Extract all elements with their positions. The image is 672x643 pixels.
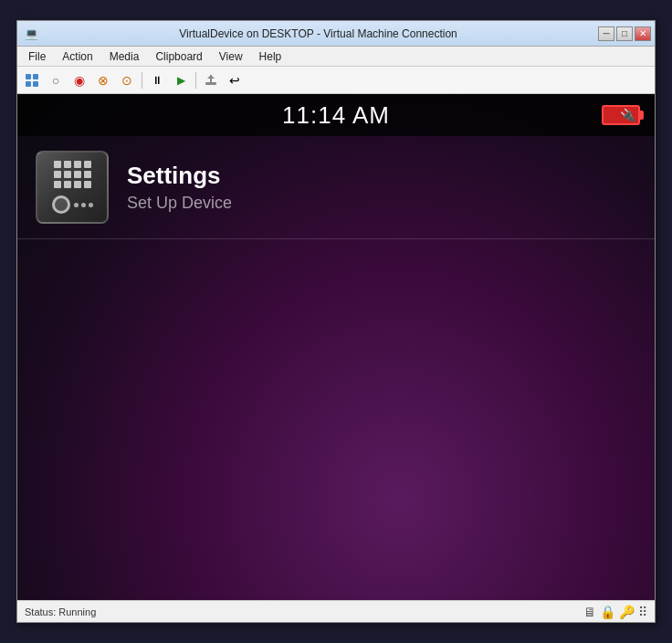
settings-text-area: Settings Set Up Device (127, 162, 232, 213)
toolbar-upload-button[interactable] (200, 70, 222, 90)
settings-subtitle: Set Up Device (127, 194, 232, 213)
settings-card[interactable]: Settings Set Up Device (17, 136, 655, 239)
menu-help[interactable]: Help (252, 48, 289, 65)
svg-rect-3 (33, 81, 38, 87)
grid-cell (64, 161, 71, 168)
window-controls: ─ □ ✕ (598, 26, 651, 41)
key-icon: 🔑 (619, 605, 635, 619)
dot-icon (81, 203, 86, 207)
toolbar-separator-2 (195, 72, 196, 89)
grid-cell (54, 161, 61, 168)
toolbar-stop-button[interactable]: ○ (45, 70, 67, 90)
svg-rect-2 (26, 81, 31, 87)
grid-cell (74, 161, 81, 168)
battery-indicator: 🔌 (602, 105, 640, 125)
menu-file[interactable]: File (21, 48, 53, 65)
menu-clipboard[interactable]: Clipboard (148, 48, 209, 65)
minimize-button[interactable]: ─ (598, 26, 614, 41)
svg-rect-4 (205, 82, 216, 85)
grid-cell (84, 181, 91, 188)
toolbar-settings-button[interactable] (21, 70, 43, 90)
status-text: Status: Running (25, 606, 96, 617)
gear-icon (52, 195, 70, 214)
grid-cell (84, 161, 91, 168)
dot-icon (74, 203, 79, 207)
settings-icon-box (36, 151, 109, 224)
title-bar-icon: 💻 (25, 27, 38, 40)
toolbar-action-button[interactable]: ⊙ (116, 70, 138, 90)
grid-cell (74, 171, 81, 178)
main-window: 💻 VirtualDevice on DESKTOP - Virtual Mac… (16, 20, 656, 623)
title-bar: 💻 VirtualDevice on DESKTOP - Virtual Mac… (17, 21, 655, 47)
toolbar-play-button[interactable]: ▶ (170, 70, 192, 90)
restore-button[interactable]: □ (616, 26, 633, 41)
status-bar: Status: Running 🖥 🔒 🔑 ⠿ (17, 600, 655, 622)
settings-grid-icon (54, 161, 91, 188)
battery-plug-icon: 🔌 (620, 109, 635, 121)
grid-cell (54, 181, 61, 188)
toolbar-pause-button[interactable]: ⏸ (146, 70, 168, 90)
lock-icon: 🔒 (600, 605, 615, 619)
vm-clock: 11:14 AM (282, 101, 390, 130)
menu-view[interactable]: View (212, 48, 250, 65)
dot-icon (89, 203, 93, 207)
settings-dots (74, 203, 93, 207)
menu-media[interactable]: Media (102, 48, 147, 65)
vm-content-area (17, 239, 655, 600)
grid-cell (84, 171, 91, 178)
toolbar: ○ ◉ ⊗ ⊙ ⏸ ▶ ↩ (17, 67, 655, 94)
grid-icon: ⠿ (638, 605, 647, 619)
toolbar-separator-1 (142, 72, 142, 89)
settings-title: Settings (127, 162, 232, 190)
menu-bar: File Action Media Clipboard View Help (17, 47, 655, 67)
grid-cell (64, 171, 71, 178)
settings-controls-row (52, 195, 93, 214)
svg-rect-0 (26, 74, 31, 79)
close-button[interactable]: ✕ (635, 26, 651, 41)
toolbar-record-button[interactable]: ◉ (68, 70, 90, 90)
monitor-icon: 🖥 (583, 605, 596, 619)
window-title: VirtualDevice on DESKTOP - Virtual Machi… (38, 27, 598, 40)
toolbar-undo-button[interactable]: ↩ (224, 70, 246, 90)
status-icons: 🖥 🔒 🔑 ⠿ (583, 605, 647, 619)
vm-screen: 11:14 AM 🔌 (17, 94, 655, 600)
grid-cell (54, 171, 61, 178)
svg-marker-6 (207, 75, 215, 79)
menu-action[interactable]: Action (55, 48, 100, 65)
grid-cell (74, 181, 81, 188)
svg-rect-1 (33, 74, 38, 79)
toolbar-capture-button[interactable]: ⊗ (92, 70, 114, 90)
grid-cell (64, 181, 71, 188)
vm-status-strip: 11:14 AM 🔌 (17, 94, 655, 136)
